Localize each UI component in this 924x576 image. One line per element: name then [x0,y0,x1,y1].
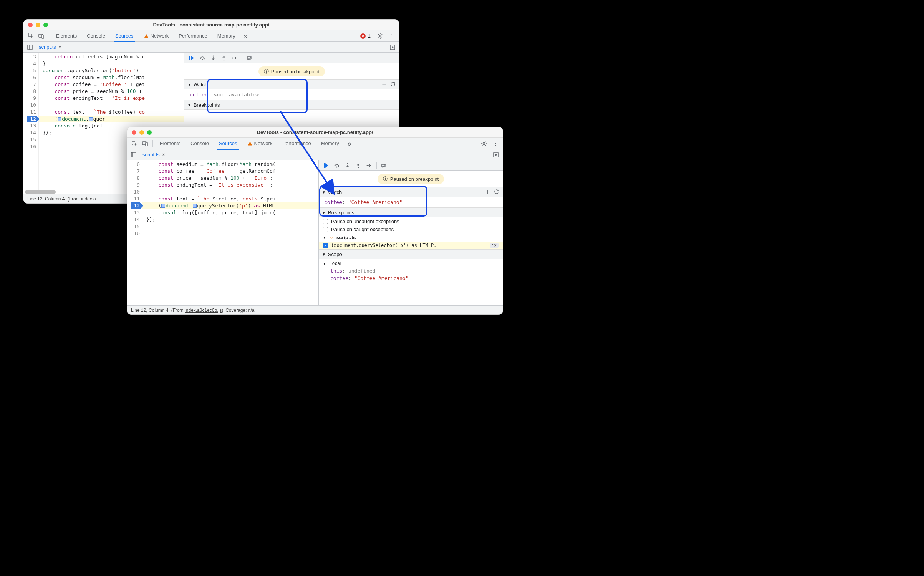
checkbox-icon[interactable] [323,227,328,232]
kebab-menu-icon[interactable]: ⋮ [490,139,500,149]
close-tab-icon[interactable]: × [162,152,165,158]
tab-sources[interactable]: Sources [214,138,242,149]
tab-network[interactable]: Network [139,30,174,42]
scope-local-row[interactable]: ▼ Local [319,259,503,267]
content-row: 678 91011 1213 141516 const seedNum = Ma… [127,160,503,305]
divider [152,140,153,147]
error-count: 1 [368,33,371,39]
deactivate-breakpoints-icon[interactable] [245,53,255,63]
svg-point-21 [336,166,338,167]
svg-rect-2 [42,35,44,38]
source-map-link[interactable]: index.a [81,196,96,202]
deactivate-breakpoints-icon[interactable] [379,161,389,170]
add-watch-icon[interactable]: + [485,189,490,196]
step-icon[interactable] [230,53,240,63]
step-icon[interactable] [364,161,374,170]
tab-network[interactable]: Network [243,138,277,149]
svg-point-8 [202,59,203,60]
resume-icon[interactable] [321,161,331,170]
from-label: (From index.a [66,196,96,202]
refresh-watch-icon[interactable] [390,81,396,88]
tab-memory[interactable]: Memory [213,30,240,42]
svg-rect-20 [324,163,325,168]
code-lines: const seedNum = Math.floor(Math.random( … [142,160,318,305]
tab-performance[interactable]: Performance [278,138,315,149]
paused-banner: ⓘ Paused on breakpoint [258,66,325,76]
main-tabbar: Elements Console Sources Network Perform… [127,138,503,149]
divider [49,33,49,40]
paused-banner-wrap: ⓘ Paused on breakpoint [319,171,503,187]
inspect-element-icon[interactable] [129,139,139,149]
checkbox-checked-icon[interactable]: ✓ [323,243,328,248]
paused-banner-wrap: ⓘ Paused on breakpoint [184,63,399,79]
step-out-icon[interactable] [353,161,363,170]
cursor-position: Line 12, Column 4 [27,196,65,202]
divider [242,55,242,61]
step-over-icon[interactable] [332,161,342,170]
pause-caught-row[interactable]: Pause on caught exceptions [319,225,503,233]
run-snippet-icon[interactable] [387,42,397,52]
refresh-watch-icon[interactable] [493,189,500,196]
close-tab-icon[interactable]: × [58,44,61,50]
toolbar-right: ⋮ [479,139,500,149]
step-into-icon[interactable] [343,161,353,170]
code-editor[interactable]: 678 91011 1213 141516 const seedNum = Ma… [127,160,318,305]
file-tab-script[interactable]: script.ts× [139,149,169,160]
toolbar-right: ✕ 1 ⋮ [360,31,397,41]
from-label: (From index.a8c1ec6b.js) [170,308,223,313]
warning-icon [247,141,253,146]
tab-elements[interactable]: Elements [51,30,81,42]
error-icon[interactable]: ✕ [360,33,366,39]
svg-rect-15 [146,142,147,146]
disclosure-triangle-icon: ▼ [187,83,191,87]
annotation-highlight-after [319,186,427,217]
disclosure-triangle-icon: ▼ [322,252,326,257]
tab-console[interactable]: Console [82,30,110,42]
scope-variable-coffee[interactable]: coffee: "Coffee Americano" [319,275,503,282]
device-toolbar-icon[interactable] [140,139,150,149]
more-tabs-icon[interactable]: » [241,31,251,41]
navigator-toggle-icon[interactable] [25,42,35,52]
checkbox-icon[interactable] [323,219,328,224]
disclosure-triangle-icon: ▼ [323,235,326,240]
tab-elements[interactable]: Elements [155,138,185,149]
tab-performance[interactable]: Performance [174,30,212,42]
file-tab-script[interactable]: script.ts× [35,42,65,53]
breakpoint-entry[interactable]: ✓ (document.querySelector('p') as HTMLP…… [319,242,503,249]
svg-point-10 [224,59,225,60]
more-tabs-icon[interactable]: » [344,139,354,149]
step-into-icon[interactable] [208,53,218,63]
pause-uncaught-row[interactable]: Pause on uncaught exceptions [319,217,503,225]
resume-icon[interactable] [187,53,197,63]
info-icon: ⓘ [264,68,269,75]
svg-point-9 [213,55,214,56]
add-watch-icon[interactable]: + [382,81,386,88]
kebab-menu-icon[interactable]: ⋮ [387,31,397,41]
annotation-highlight-before [207,79,308,113]
step-out-icon[interactable] [219,53,229,63]
tab-memory[interactable]: Memory [316,138,344,149]
tab-sources[interactable]: Sources [111,30,138,42]
debugger-sidebar: ⓘ Paused on breakpoint ▼ Watch + coffee:… [318,160,503,305]
coverage-label: Coverage: n/a [225,308,254,313]
info-icon: ⓘ [383,175,388,182]
devtools-window-after: DevTools - consistent-source-map-pc.netl… [127,127,503,315]
source-map-link[interactable]: index.a8c1ec6b.js [185,308,222,313]
svg-point-23 [358,167,359,168]
debugger-toolbar [319,160,503,171]
step-over-icon[interactable] [197,53,207,63]
device-toolbar-icon[interactable] [36,31,46,41]
navigator-toggle-icon[interactable] [129,150,139,160]
settings-icon[interactable] [375,31,385,41]
disclosure-triangle-icon: ▼ [187,103,191,107]
tab-console[interactable]: Console [186,138,214,149]
statusbar: Line 12, Column 4 (From index.a8c1ec6b.j… [127,305,503,314]
inspect-element-icon[interactable] [26,31,36,41]
breakpoint-file-row[interactable]: ▼ <> script.ts [319,233,503,242]
disclosure-triangle-icon: ▼ [323,262,326,266]
run-snippet-icon[interactable] [491,150,501,160]
svg-point-11 [232,57,233,58]
settings-icon[interactable] [479,139,489,149]
scope-section-header[interactable]: ▼ Scope [319,249,503,259]
scope-variable-this[interactable]: this: undefined [319,267,503,275]
